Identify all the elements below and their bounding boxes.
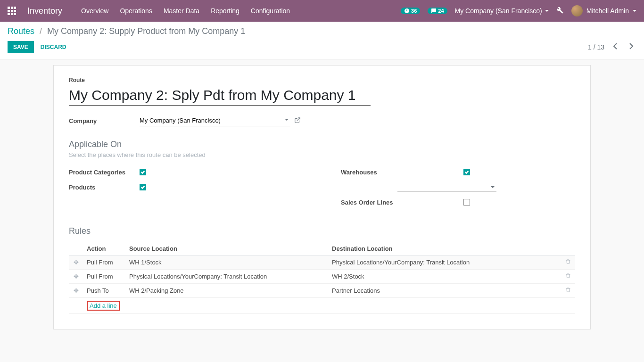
applicable-on-hint: Select the places where this route can b… (69, 151, 575, 158)
activities-badge[interactable]: 36 (401, 8, 420, 14)
add-line-highlight: Add a line (87, 301, 120, 311)
cell-source: Physical Locations/YourCompany: Transit … (125, 270, 328, 284)
form-sheet: Route Company Applicable On Select the p… (53, 65, 591, 329)
app-brand[interactable]: Inventory (27, 6, 62, 16)
top-navbar: Inventory Overview Operations Master Dat… (0, 0, 644, 22)
company-label: Company (69, 117, 140, 124)
user-name: Mitchell Admin (586, 7, 629, 15)
caret-down-icon (633, 10, 636, 12)
breadcrumb-root[interactable]: Routes (8, 26, 34, 36)
warehouses-label: Warehouses (341, 169, 463, 176)
control-bar: Routes / My Company 2: Supply Product fr… (0, 22, 644, 59)
caret-down-icon (545, 10, 549, 12)
chevron-down-icon[interactable] (285, 119, 289, 121)
cell-source: WH 1/Stock (125, 255, 328, 270)
chat-icon (431, 8, 437, 14)
rules-title: Rules (69, 226, 575, 236)
nav-menu: Overview Operations Master Data Reportin… (81, 7, 290, 15)
debug-icon[interactable] (556, 7, 564, 16)
col-action[interactable]: Action (83, 242, 125, 255)
trash-icon[interactable] (565, 273, 571, 280)
applicable-on-title: Applicable On (69, 140, 575, 149)
nav-operations[interactable]: Operations (120, 7, 152, 15)
company-switcher[interactable]: My Company (San Francisco) (455, 7, 549, 15)
company-input[interactable] (140, 115, 290, 126)
activities-count: 36 (411, 8, 417, 14)
cell-action: Push To (83, 284, 125, 298)
table-row[interactable]: ✥ Push To WH 2/Packing Zone Partner Loca… (69, 284, 575, 298)
sales-order-lines-label: Sales Order Lines (341, 199, 463, 206)
company-name: My Company (San Francisco) (455, 7, 542, 15)
drag-handle-icon[interactable]: ✥ (74, 259, 79, 266)
discard-button[interactable]: Discard (41, 44, 66, 50)
breadcrumb: Routes / My Company 2: Supply Product fr… (8, 26, 636, 36)
cell-source: WH 2/Packing Zone (125, 284, 328, 298)
pager-text[interactable]: 1 / 13 (588, 43, 604, 51)
nav-configuration[interactable]: Configuration (251, 7, 290, 15)
drag-handle-icon[interactable]: ✥ (74, 287, 79, 294)
pager-next[interactable] (626, 42, 636, 52)
trash-icon[interactable] (565, 259, 571, 266)
cell-action: Pull From (83, 255, 125, 270)
table-row[interactable]: ✥ Pull From WH 1/Stock Physical Location… (69, 255, 575, 270)
trash-icon[interactable] (565, 288, 571, 295)
rules-table: Action Source Location Destination Locat… (69, 242, 575, 314)
nav-reporting[interactable]: Reporting (211, 7, 239, 15)
route-name-input[interactable] (69, 85, 371, 106)
table-row[interactable]: ✥ Pull From Physical Locations/YourCompa… (69, 270, 575, 284)
cell-dest: WH 2/Stock (328, 270, 561, 284)
breadcrumb-sep: / (40, 26, 42, 36)
cell-action: Pull From (83, 270, 125, 284)
chevron-down-icon[interactable] (491, 186, 495, 188)
cell-dest: Physical Locations/YourCompany: Transit … (328, 255, 561, 270)
cell-dest: Partner Locations (328, 284, 561, 298)
col-source[interactable]: Source Location (125, 242, 328, 255)
breadcrumb-current: My Company 2: Supply Product from My Com… (47, 26, 245, 36)
messages-count: 24 (438, 8, 444, 14)
nav-overview[interactable]: Overview (81, 7, 108, 15)
route-label: Route (69, 77, 575, 83)
clock-icon (404, 8, 410, 14)
warehouses-checkbox[interactable] (463, 169, 470, 175)
products-checkbox[interactable] (140, 184, 146, 190)
pager-prev[interactable] (610, 42, 620, 52)
apps-icon[interactable] (8, 7, 16, 15)
messages-badge[interactable]: 24 (428, 8, 447, 14)
prod-categories-label: Product Categories (69, 169, 140, 176)
external-link-icon[interactable] (294, 117, 301, 125)
add-line-row: Add a line (69, 298, 575, 314)
avatar (571, 5, 583, 16)
products-label: Products (69, 184, 140, 191)
pager: 1 / 13 (588, 42, 636, 52)
nav-master-data[interactable]: Master Data (164, 7, 199, 15)
col-dest[interactable]: Destination Location (328, 242, 561, 255)
save-button[interactable]: Save (8, 41, 34, 53)
add-line-link[interactable]: Add a line (90, 302, 117, 309)
drag-handle-icon[interactable]: ✥ (74, 273, 79, 280)
user-menu[interactable]: Mitchell Admin (571, 5, 636, 16)
sales-order-lines-checkbox[interactable] (463, 199, 470, 206)
prod-categories-checkbox[interactable] (140, 169, 146, 175)
warehouses-tags-input[interactable] (397, 182, 496, 192)
